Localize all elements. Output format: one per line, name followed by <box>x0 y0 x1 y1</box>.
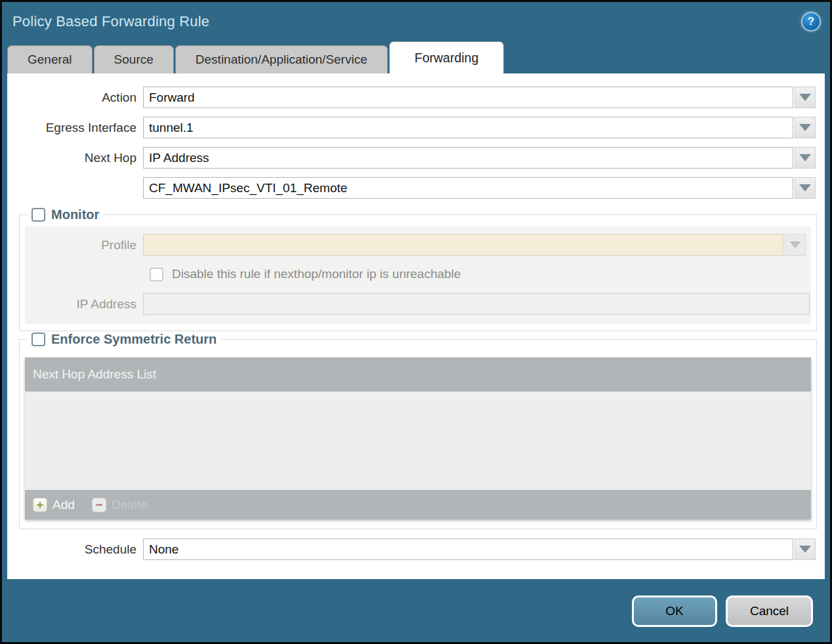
next-hop-row: Next Hop <box>7 147 816 169</box>
chevron-down-icon <box>799 546 811 553</box>
chevron-down-icon <box>799 124 811 131</box>
enforce-symmetric-return-legend-label: Enforce Symmetric Return <box>51 332 217 347</box>
egress-interface-dropdown-button[interactable] <box>795 117 816 138</box>
action-row: Action <box>7 87 816 108</box>
next-hop-label: Next Hop <box>7 151 143 165</box>
disable-rule-checkbox <box>150 268 163 281</box>
egress-interface-select[interactable] <box>143 117 793 138</box>
ok-button[interactable]: OK <box>632 595 717 627</box>
schedule-row: Schedule <box>7 538 816 560</box>
action-label: Action <box>7 91 143 105</box>
monitor-ip-address-label: IP Address <box>25 297 143 312</box>
profile-row: Profile <box>25 234 806 256</box>
help-icon[interactable]: ? <box>801 12 821 31</box>
enforce-symmetric-return-legend: Enforce Symmetric Return <box>28 332 220 347</box>
tab-general[interactable]: General <box>7 45 93 73</box>
dialog-titlebar: Policy Based Forwarding Rule ? <box>2 2 830 41</box>
egress-interface-row: Egress Interface <box>7 117 816 138</box>
next-hop-address-select[interactable] <box>143 177 793 199</box>
next-hop-address-list-body[interactable] <box>25 392 811 490</box>
egress-interface-label: Egress Interface <box>7 121 143 135</box>
monitor-ip-address-row: IP Address <box>25 293 811 315</box>
tab-bar: General Source Destination/Application/S… <box>2 41 830 73</box>
delete-button: − Delete <box>92 498 148 512</box>
enforce-symmetric-return-group: Enforce Symmetric Return Next Hop Addres… <box>19 332 817 529</box>
chevron-down-icon <box>799 94 811 101</box>
disable-rule-row: Disable this rule if nexthop/monitor ip … <box>150 264 811 284</box>
next-hop-address-row <box>7 177 816 199</box>
monitor-ip-address-input <box>143 293 810 315</box>
tab-destination-application-service[interactable]: Destination/Application/Service <box>175 45 388 73</box>
monitor-checkbox[interactable] <box>31 208 45 222</box>
monitor-legend-label: Monitor <box>51 207 99 222</box>
pbf-rule-dialog: Policy Based Forwarding Rule ? General S… <box>0 0 832 644</box>
next-hop-address-dropdown-button[interactable] <box>795 177 816 199</box>
profile-label: Profile <box>25 238 143 252</box>
monitor-panel: Profile Disable this rule if nexthop/mon… <box>25 226 811 324</box>
next-hop-type-select[interactable] <box>143 147 793 169</box>
schedule-label: Schedule <box>7 542 143 557</box>
next-hop-address-list-header: Next Hop Address List <box>25 357 811 392</box>
minus-icon: − <box>92 498 106 512</box>
action-select[interactable] <box>143 87 793 108</box>
action-dropdown-button[interactable] <box>795 87 816 108</box>
next-hop-dropdown-button[interactable] <box>795 147 816 169</box>
forwarding-tab-panel: Action Egress Interface Next Hop <box>7 73 825 579</box>
schedule-dropdown-button[interactable] <box>795 538 816 560</box>
tab-forwarding[interactable]: Forwarding <box>389 41 505 73</box>
cancel-button[interactable]: Cancel <box>726 595 813 627</box>
profile-select <box>143 234 783 256</box>
next-hop-address-list-table: Next Hop Address List + Add − Delete <box>25 357 811 519</box>
chevron-down-icon <box>799 184 811 191</box>
add-button[interactable]: + Add <box>33 498 75 512</box>
profile-dropdown-button <box>785 234 806 256</box>
enforce-symmetric-return-checkbox[interactable] <box>31 332 45 346</box>
help-glyph: ? <box>808 15 814 28</box>
dialog-footer: OK Cancel <box>2 579 830 642</box>
monitor-legend: Monitor <box>28 207 103 222</box>
schedule-select[interactable] <box>143 538 793 560</box>
chevron-down-icon <box>789 241 801 249</box>
monitor-group: Monitor Profile Disable this rule if nex… <box>19 207 817 331</box>
next-hop-address-list-toolbar: + Add − Delete <box>25 490 811 519</box>
chevron-down-icon <box>799 154 811 161</box>
tab-source[interactable]: Source <box>94 45 174 73</box>
disable-rule-label: Disable this rule if nexthop/monitor ip … <box>172 267 461 281</box>
dialog-title: Policy Based Forwarding Rule <box>12 13 209 30</box>
plus-icon: + <box>33 498 47 512</box>
